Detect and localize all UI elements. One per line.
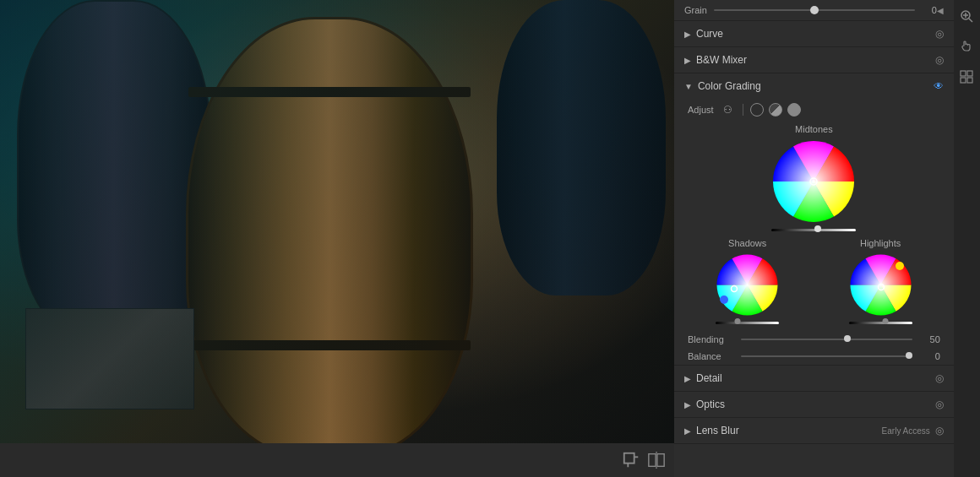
svg-rect-23	[961, 78, 966, 83]
compare-view-icon[interactable]	[647, 451, 666, 469]
midtones-label: Midtones	[795, 124, 833, 134]
wheels-area: Midtones	[674, 124, 954, 331]
lens-blur-chevron: ▶	[684, 426, 691, 436]
shadows-lum-slider[interactable]	[716, 322, 779, 324]
blending-thumb[interactable]	[844, 335, 851, 342]
shadows-lum-thumb[interactable]	[735, 318, 741, 324]
lens-blur-section-row[interactable]: ▶ Lens Blur Early Access ◎	[674, 418, 954, 444]
color-grading-section: ▼ Color Grading 👁 Adjust ⚇ Midtones	[674, 73, 954, 366]
image-panel	[0, 0, 674, 477]
balance-value: 0	[919, 351, 940, 361]
curve-eye-icon[interactable]: ◎	[935, 28, 944, 40]
highlights-section: Highlights	[849, 238, 912, 324]
svg-line-18	[969, 19, 972, 22]
svg-rect-3	[649, 454, 656, 467]
bw-eye-icon[interactable]: ◎	[935, 54, 944, 66]
highlights-wheel[interactable]	[849, 253, 912, 317]
detail-section-row[interactable]: ▶ Detail ◎	[674, 366, 954, 392]
highlights-lum-slider[interactable]	[849, 322, 912, 324]
balance-row: Balance 0	[674, 348, 954, 365]
bw-mixer-label: B&W Mixer	[696, 54, 935, 66]
highlights-wheel-wrap[interactable]	[849, 253, 912, 324]
crop-icon[interactable]	[622, 451, 640, 469]
curve-chevron: ▶	[684, 30, 691, 39]
balance-label: Balance	[688, 351, 734, 361]
midtones-lum-thumb[interactable]	[814, 225, 821, 232]
right-panel: Grain 0 ◀ ▶ Curve ◎ ▶ B&W Mixer ◎ ▼ Colo…	[674, 0, 954, 477]
grain-slider-thumb[interactable]	[810, 6, 819, 14]
svg-point-13	[720, 295, 728, 304]
balance-slider[interactable]	[741, 355, 912, 357]
midtones-circle-icon[interactable]	[769, 103, 782, 117]
hand-tool[interactable]	[957, 37, 976, 56]
blending-label: Blending	[688, 334, 734, 344]
bottom-toolbar	[0, 443, 674, 477]
optics-chevron: ▶	[684, 400, 691, 409]
color-grading-header[interactable]: ▼ Color Grading 👁	[674, 73, 954, 99]
optics-section-row[interactable]: ▶ Optics ◎	[674, 392, 954, 418]
midtones-luminance-slider[interactable]	[771, 229, 856, 231]
adjust-icon-group	[750, 103, 801, 117]
grid-tool[interactable]	[957, 68, 976, 86]
svg-rect-21	[961, 71, 966, 76]
grain-slider-track[interactable]	[714, 9, 915, 11]
shadows-label: Shadows	[728, 238, 766, 248]
shadows-wheel-wrap[interactable]	[716, 253, 779, 324]
adjust-linked-icon[interactable]: ⚇	[721, 102, 736, 117]
svg-rect-4	[657, 454, 664, 467]
teal-color-overlay	[0, 0, 674, 477]
grain-arrow[interactable]: ◀	[937, 6, 944, 15]
cg-eye-icon[interactable]: 👁	[934, 80, 944, 92]
curve-section-row[interactable]: ▶ Curve ◎	[674, 21, 954, 47]
detail-label: Detail	[696, 372, 935, 384]
svg-rect-24	[967, 78, 972, 83]
lens-blur-label: Lens Blur	[696, 425, 882, 436]
grain-slider-wrap: 0	[714, 5, 937, 15]
svg-point-11	[717, 255, 778, 316]
highlights-label: Highlights	[860, 238, 901, 248]
zoom-in-tool[interactable]	[957, 7, 976, 25]
lens-blur-eye-icon[interactable]: ◎	[935, 425, 944, 436]
bw-chevron: ▶	[684, 56, 691, 65]
tools-bar	[954, 0, 980, 477]
blending-slider[interactable]	[741, 339, 912, 340]
svg-rect-22	[967, 71, 972, 76]
grain-label: Grain	[684, 5, 714, 15]
shadows-circle-icon[interactable]	[750, 103, 764, 117]
optics-eye-icon[interactable]: ◎	[935, 398, 944, 410]
shadows-highlights-row: Shadows	[684, 238, 944, 324]
blending-row: Blending 50	[674, 331, 954, 348]
early-access-badge: Early Access	[882, 426, 930, 436]
highlights-lum-thumb[interactable]	[883, 318, 889, 324]
shadows-section: Shadows	[716, 238, 779, 324]
svg-point-10	[813, 181, 815, 183]
svg-rect-0	[624, 453, 634, 463]
svg-point-16	[896, 262, 904, 270]
detail-eye-icon[interactable]: ◎	[935, 372, 944, 384]
balance-thumb[interactable]	[906, 352, 912, 359]
midtones-wheel-wrap[interactable]	[771, 139, 856, 231]
divider	[743, 104, 743, 116]
grain-value: 0	[920, 5, 937, 15]
midtones-section: Midtones	[684, 124, 944, 231]
adjust-row: Adjust ⚇	[674, 99, 954, 124]
optics-label: Optics	[696, 398, 935, 410]
highlights-circle-icon[interactable]	[787, 103, 801, 117]
curve-label: Curve	[696, 28, 935, 40]
bw-mixer-section-row[interactable]: ▶ B&W Mixer ◎	[674, 47, 954, 73]
midtones-wheel[interactable]	[771, 139, 856, 224]
blending-value: 50	[919, 334, 940, 344]
adjust-label: Adjust	[688, 105, 714, 115]
grain-row: Grain 0 ◀	[674, 0, 954, 21]
shadows-wheel[interactable]	[716, 253, 779, 317]
detail-chevron: ▶	[684, 374, 691, 383]
cg-chevron: ▼	[684, 82, 693, 91]
color-grading-label: Color Grading	[698, 80, 934, 92]
